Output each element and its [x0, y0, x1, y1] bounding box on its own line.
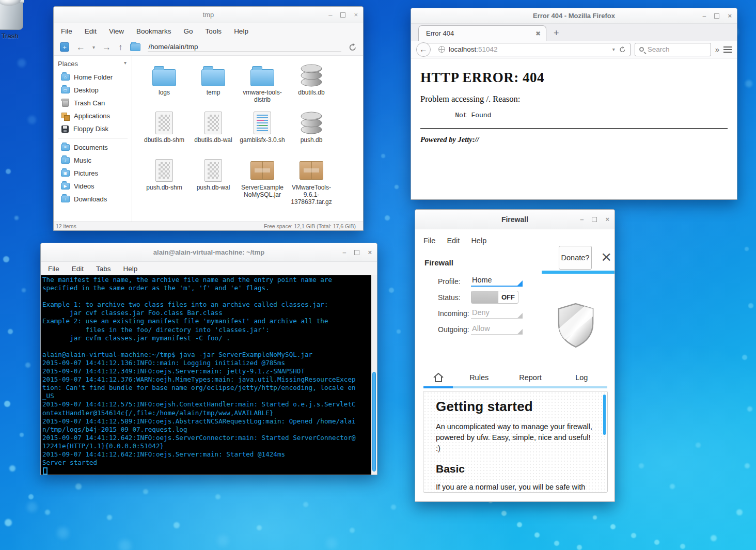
file-item[interactable]: logs [140, 62, 188, 109]
script-file-icon [254, 112, 271, 134]
menu-tabs[interactable]: Tabs [96, 265, 111, 273]
tab-close-icon[interactable]: ✖ [536, 30, 541, 37]
donate-close-icon[interactable]: × [601, 248, 611, 265]
file-manager-window: tmp – × File Edit View Bookmarks Go Tool… [53, 6, 364, 231]
maximize-button[interactable] [592, 217, 597, 222]
maximize-button[interactable] [714, 13, 719, 19]
menu-file[interactable]: File [61, 27, 72, 35]
close-button[interactable]: × [368, 249, 372, 256]
menu-edit[interactable]: Edit [447, 237, 460, 245]
menu-file[interactable]: File [48, 265, 59, 273]
overflow-icon[interactable]: » [715, 45, 719, 54]
sidebar-item-trash[interactable]: Trash Can [54, 97, 132, 109]
file-item[interactable]: push.db-wal [190, 157, 237, 206]
location-folder-icon [130, 43, 140, 51]
outgoing-select[interactable]: Allow [471, 324, 523, 335]
tab-rules[interactable]: Rules [453, 373, 505, 382]
url-dropdown-icon[interactable]: ▾ [612, 46, 615, 52]
menu-icon[interactable] [723, 46, 732, 53]
sidebar-item-videos[interactable]: ▶ Videos [54, 180, 132, 193]
sidebar-item-applications[interactable]: Applications [54, 109, 132, 122]
doc-subheading: Basic [436, 463, 594, 475]
close-button[interactable]: × [605, 216, 609, 223]
file-item[interactable]: VMwareTools-9.6.1-1378637.tar.gz [288, 157, 335, 206]
minimize-button[interactable]: – [328, 11, 332, 18]
file-item[interactable]: push.db-shm [140, 157, 188, 206]
tab-home[interactable] [423, 372, 453, 383]
reload-icon[interactable] [619, 46, 626, 53]
close-button[interactable]: × [354, 11, 358, 18]
tab-report[interactable]: Report [505, 373, 556, 382]
menu-edit[interactable]: Edit [72, 265, 84, 273]
tab-error-404[interactable]: Error 404 ✖ [418, 25, 546, 41]
places-collapse-icon[interactable]: ▾ [124, 60, 127, 68]
firewall-titlebar[interactable]: Firewall – × [415, 210, 615, 229]
sidebar-item-home-folder[interactable]: ⌂ Home Folder [54, 71, 132, 84]
history-dropdown-icon[interactable]: ▾ [92, 44, 95, 50]
terminal-scrollbar[interactable] [371, 275, 377, 475]
archive-icon [300, 161, 323, 180]
sidebar-item-desktop[interactable]: ▭ Desktop [54, 84, 132, 97]
close-button[interactable]: × [728, 12, 732, 19]
firewall-tabs: Rules Report Log [423, 370, 607, 385]
menu-tools[interactable]: Tools [206, 27, 222, 35]
url-bar[interactable]: localhost:51042 ▾ [427, 43, 631, 56]
reload-icon[interactable] [349, 43, 357, 51]
menu-edit[interactable]: Edit [85, 27, 97, 35]
menu-help[interactable]: Help [471, 237, 486, 245]
getting-started-panel[interactable]: Getting started An uncomplicated way to … [423, 391, 608, 493]
scrollbar-thumb[interactable] [372, 372, 376, 472]
path-input[interactable]: /home/alain/tmp [148, 42, 341, 52]
desktop-trash-icon[interactable]: Trash [0, 1, 33, 40]
profile-select[interactable]: Home [471, 276, 523, 287]
window-title: Firewall [501, 215, 528, 224]
incoming-select[interactable]: Deny [471, 308, 523, 319]
sidebar-item-floppy[interactable]: Floppy Disk [54, 122, 132, 135]
sidebar-item-music[interactable]: ♪ Music [54, 154, 132, 167]
sidebar-item-documents[interactable]: ≡ Documents [54, 141, 132, 154]
menu-view[interactable]: View [109, 27, 124, 35]
minimize-button[interactable]: – [580, 216, 584, 223]
new-tab-button[interactable]: + [60, 42, 69, 52]
binary-file-icon [155, 159, 173, 182]
firefox-titlebar[interactable]: Error 404 - Mozilla Firefox – × [411, 8, 737, 24]
file-item[interactable]: dbutils.db-shm [140, 109, 188, 157]
url-host: localhost [449, 45, 476, 53]
donate-button[interactable]: Donate? [559, 246, 592, 270]
sidebar-item-downloads[interactable]: ↓ Downloads [54, 193, 132, 206]
file-item[interactable]: temp [190, 62, 237, 109]
sidebar-separator [58, 138, 128, 138]
search-input[interactable]: Search [635, 43, 711, 56]
terminal-cursor [43, 467, 48, 475]
tab-log[interactable]: Log [556, 373, 607, 382]
terminal-output[interactable]: The manifest file name, the archive file… [41, 275, 371, 475]
back-icon[interactable]: ← [76, 43, 85, 52]
menu-help[interactable]: Help [234, 27, 248, 35]
minimize-button[interactable]: – [342, 249, 346, 256]
file-item[interactable]: push.db [288, 109, 335, 157]
file-item[interactable]: vmware-tools-distrib [239, 62, 286, 109]
menu-help[interactable]: Help [123, 265, 138, 273]
desktop-folder-icon: ▭ [61, 87, 70, 93]
file-item[interactable]: ServerExampleNoMySQL.jar [239, 157, 286, 206]
menu-file[interactable]: File [423, 237, 435, 245]
file-manager-titlebar[interactable]: tmp – × [54, 7, 363, 23]
maximize-button[interactable] [354, 250, 359, 255]
file-item[interactable]: dbutils.db-wal [190, 109, 237, 157]
doc-scrollbar-thumb[interactable] [603, 395, 606, 435]
places-header[interactable]: Places [58, 60, 78, 68]
error-reason: Not Found [439, 112, 728, 119]
status-toggle[interactable]: OFF [471, 291, 518, 304]
minimize-button[interactable]: – [702, 12, 706, 19]
sidebar-item-pictures[interactable]: ▣ Pictures [54, 167, 132, 180]
file-item[interactable]: gamblisfx-3.0.sh [239, 109, 286, 157]
forward-icon[interactable]: → [102, 43, 111, 52]
menu-bookmarks[interactable]: Bookmarks [136, 27, 171, 35]
up-icon[interactable]: ↑ [118, 43, 123, 52]
file-item[interactable]: dbutils.db [288, 62, 335, 109]
new-tab-icon[interactable]: + [554, 28, 559, 39]
back-button[interactable]: ← [416, 42, 431, 57]
terminal-titlebar[interactable]: alain@alain-virtual-machine: ~/tmp – × [41, 243, 377, 262]
maximize-button[interactable] [340, 12, 345, 18]
menu-go[interactable]: Go [184, 27, 193, 35]
